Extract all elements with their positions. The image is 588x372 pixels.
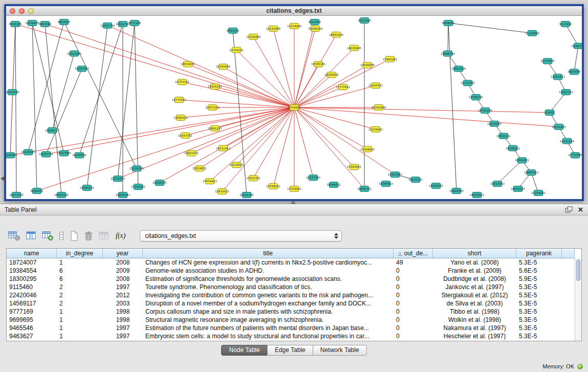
graph-node[interactable]: 16214022 bbox=[229, 162, 244, 168]
graph-node[interactable]: 15825083 bbox=[388, 172, 402, 178]
cell-out-de-[interactable]: 0 bbox=[394, 267, 433, 274]
graph-edge[interactable] bbox=[294, 107, 559, 127]
graph-node[interactable]: 12274405 bbox=[540, 58, 555, 64]
close-panel-icon[interactable] bbox=[578, 207, 583, 212]
cell-in-degree[interactable]: 1 bbox=[57, 308, 103, 315]
cell-pagerank[interactable]: 5.3E-5 bbox=[516, 259, 562, 266]
cell-out-de-[interactable]: 0 bbox=[394, 316, 433, 323]
graph-edge[interactable] bbox=[294, 107, 550, 113]
graph-node[interactable]: 18300295 bbox=[6, 90, 19, 95]
graph-node[interactable]: 13080212 bbox=[173, 115, 188, 120]
cell-title[interactable]: Corpus callosum shape and size in male p… bbox=[143, 308, 394, 315]
cell-pagerank[interactable]: 5.5E-5 bbox=[516, 292, 562, 299]
cell-out-de-[interactable]: 0 bbox=[394, 292, 433, 299]
cell-out-de-[interactable]: 0 bbox=[394, 333, 433, 340]
graph-node[interactable]: 10914711 bbox=[116, 21, 130, 27]
graph-edge[interactable] bbox=[64, 22, 137, 168]
graph-node[interactable]: 9115460 bbox=[559, 21, 572, 27]
import-table-icon[interactable] bbox=[98, 231, 110, 241]
cell-in-degree[interactable]: 6 bbox=[57, 275, 103, 282]
cell-in-degree[interactable]: 1 bbox=[57, 333, 103, 340]
graph-node[interactable]: 11481313 bbox=[559, 90, 573, 95]
graph-node[interactable]: 17085681 bbox=[347, 164, 361, 170]
cell-name[interactable]: 9699695 bbox=[7, 316, 57, 323]
cell-year[interactable]: 1997 bbox=[103, 333, 143, 340]
cell-out-de-[interactable]: 0 bbox=[394, 300, 433, 307]
cell-year[interactable]: 2009 bbox=[103, 267, 143, 274]
cell-short[interactable]: de Silva et al. (2003) bbox=[433, 300, 516, 307]
graph-node[interactable]: 18544212 bbox=[326, 182, 341, 188]
cell-year[interactable]: 2012 bbox=[103, 292, 143, 299]
graph-edge[interactable] bbox=[294, 107, 376, 129]
cell-title[interactable]: Disruption of a novel member of a sodium… bbox=[143, 300, 394, 307]
cell-pagerank[interactable]: 5.3E-5 bbox=[516, 300, 562, 307]
graph-node[interactable]: 9121465 bbox=[309, 19, 321, 25]
graph-edge[interactable] bbox=[236, 107, 294, 165]
cell-short[interactable]: Yano et al. (2008) bbox=[433, 259, 516, 266]
graph-node[interactable]: 12433015 bbox=[215, 189, 229, 194]
graph-node[interactable]: 11154906 bbox=[525, 30, 539, 36]
cell-short[interactable]: Nakamura et al. (1997) bbox=[433, 324, 516, 332]
graph-node[interactable]: 9546305 bbox=[9, 21, 21, 27]
cell-year[interactable]: 1997 bbox=[103, 324, 143, 332]
graph-node[interactable]: 10200635 bbox=[25, 20, 39, 26]
cell-name[interactable]: 9777169 bbox=[7, 308, 57, 315]
cell-title[interactable]: Structural magnetic resonance image aver… bbox=[143, 316, 394, 323]
column-header-year[interactable]: year bbox=[103, 249, 143, 258]
cell-pagerank[interactable]: 5.3E-5 bbox=[516, 283, 562, 291]
cell-title[interactable]: Estimation of the future numbers of pati… bbox=[143, 324, 394, 332]
graph-edge[interactable] bbox=[28, 22, 64, 152]
graph-edge[interactable] bbox=[294, 107, 367, 149]
graph-node[interactable]: 15254811 bbox=[192, 166, 207, 171]
cell-short[interactable]: Dudbridge et al. (2008) bbox=[433, 275, 516, 282]
cell-name[interactable]: 9465546 bbox=[7, 324, 57, 332]
cell-title[interactable]: Estimation of significance thresholds fo… bbox=[143, 275, 394, 282]
cell-in-degree[interactable]: 2 bbox=[57, 292, 103, 299]
tab-node-table[interactable]: Node Table bbox=[221, 345, 268, 356]
graph-node[interactable]: 12640098 bbox=[360, 62, 375, 68]
table-selector[interactable]: citations_edges.txt bbox=[140, 230, 342, 242]
graph-node[interactable]: 17021341 bbox=[246, 176, 260, 181]
graph-node[interactable]: 9777169 bbox=[128, 20, 141, 26]
table-settings-icon[interactable] bbox=[8, 231, 20, 241]
graph-node[interactable]: 15129425 bbox=[21, 149, 35, 155]
graph-edge[interactable] bbox=[118, 107, 294, 179]
cell-year[interactable]: 1998 bbox=[103, 316, 143, 323]
cell-short[interactable]: Hescheler et al. (1997) bbox=[433, 333, 516, 340]
column-header-name[interactable]: name bbox=[7, 249, 57, 258]
graph-edge[interactable] bbox=[181, 107, 294, 118]
graph-edge[interactable] bbox=[87, 26, 107, 188]
graph-node[interactable]: 10790745 bbox=[469, 95, 483, 100]
graph-node[interactable]: 14569117 bbox=[45, 127, 59, 133]
graph-node[interactable]: 21254502 bbox=[531, 190, 546, 196]
cell-title[interactable]: Investigating the contribution of common… bbox=[143, 292, 394, 299]
graph-node[interactable]: 17554342 bbox=[131, 184, 145, 190]
table-row[interactable]: 911546021997Tourette syndrome. Phenomeno… bbox=[7, 283, 575, 291]
graph-node[interactable]: 18294225 bbox=[429, 183, 443, 189]
cell-in-degree[interactable]: 1 bbox=[57, 324, 103, 332]
graph-edge[interactable] bbox=[565, 24, 578, 46]
memory-status-label[interactable]: Memory: OK bbox=[542, 363, 574, 369]
table-row[interactable]: 969969511998Structural magnetic resonanc… bbox=[7, 316, 575, 324]
graph-edge[interactable] bbox=[188, 64, 294, 107]
cell-name[interactable]: 19384554 bbox=[7, 267, 57, 274]
graph-node[interactable]: 19344553 bbox=[379, 181, 393, 187]
cell-out-de-[interactable]: 49 bbox=[394, 259, 433, 266]
graph-node[interactable]: 10531003 bbox=[552, 124, 566, 129]
cell-title[interactable]: Changes of HCN gene expression and I(f) … bbox=[143, 259, 394, 266]
graph-node[interactable]: 12754141 bbox=[229, 47, 244, 53]
cell-pagerank[interactable]: 5.3E-5 bbox=[516, 308, 562, 315]
graph-node[interactable]: 11607427 bbox=[368, 83, 383, 89]
window-titlebar[interactable]: citations_edges.txt bbox=[6, 6, 582, 16]
tab-edge-table[interactable]: Edge Table bbox=[267, 345, 313, 356]
zoom-window-icon[interactable] bbox=[28, 8, 34, 14]
cell-year[interactable]: 2008 bbox=[103, 259, 143, 266]
table-row[interactable]: 1938455462009Genome-wide association stu… bbox=[7, 267, 575, 275]
cell-pagerank[interactable]: 5.3E-5 bbox=[516, 333, 562, 340]
graph-edge[interactable] bbox=[191, 107, 294, 154]
cell-out-de-[interactable]: 0 bbox=[394, 275, 433, 282]
graph-node[interactable]: 9825604 bbox=[568, 69, 581, 75]
cell-short[interactable]: Stergiakouli et al. (2012) bbox=[433, 292, 516, 299]
graph-node[interactable]: 15958 bbox=[545, 110, 554, 115]
graph-node[interactable]: 16961936 bbox=[329, 32, 343, 37]
